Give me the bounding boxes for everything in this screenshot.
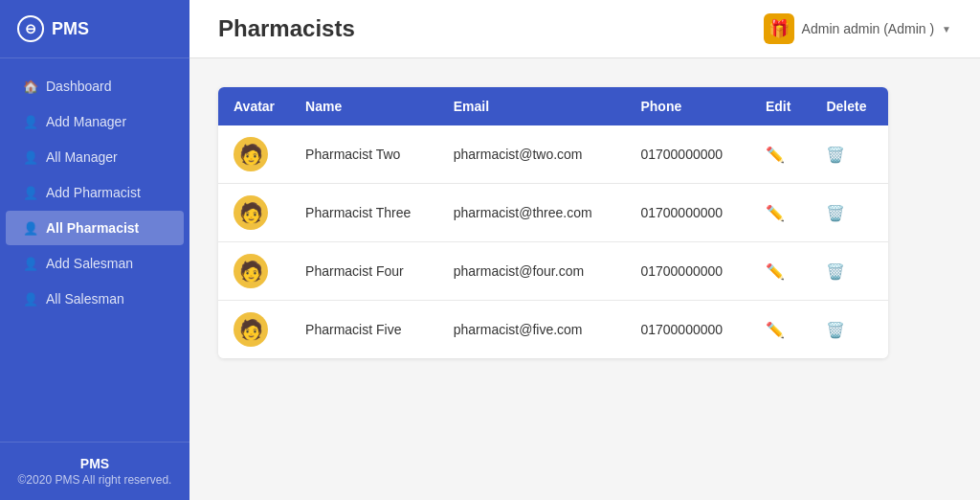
user-menu[interactable]: 🎁 Admin admin (Admin ) ▼: [764, 13, 951, 44]
table-row: 🧑 Pharmacist Three pharmacist@three.com …: [218, 184, 888, 242]
cell-delete[interactable]: 🗑️: [811, 125, 888, 184]
app-name: PMS: [52, 19, 89, 39]
footer-copy: ©2020 PMS All right reserved.: [17, 473, 172, 487]
avatar: 🧑: [234, 195, 268, 230]
cell-name: Pharmacist Two: [290, 125, 438, 184]
edit-button[interactable]: ✏️: [766, 263, 785, 280]
table-header: Avatar Name Email Phone Edit Delete: [218, 87, 888, 125]
avatar: 🧑: [234, 312, 268, 347]
edit-button[interactable]: ✏️: [766, 322, 785, 338]
sidebar-item-label: Add Pharmacist: [46, 185, 141, 200]
content-area: Avatar Name Email Phone Edit Delete 🧑 Ph…: [189, 58, 980, 387]
add-salesman-icon: 👤: [23, 257, 38, 271]
sidebar-item-add-salesman[interactable]: 👤 Add Salesman: [6, 246, 184, 281]
col-header-edit: Edit: [750, 87, 812, 125]
cell-phone: 01700000000: [625, 125, 749, 184]
sidebar-footer: PMS ©2020 PMS All right reserved.: [0, 442, 189, 500]
cell-phone: 01700000000: [625, 301, 749, 359]
col-header-phone: Phone: [625, 87, 749, 125]
cell-name: Pharmacist Four: [290, 242, 438, 301]
cell-avatar: 🧑: [218, 184, 290, 242]
sidebar-item-dashboard[interactable]: 🏠 Dashboard: [6, 69, 184, 103]
cell-phone: 01700000000: [625, 184, 749, 242]
cell-edit[interactable]: ✏️: [750, 301, 812, 359]
app-logo[interactable]: ⊖ PMS: [0, 0, 189, 58]
cell-delete[interactable]: 🗑️: [811, 242, 888, 301]
add-manager-icon: 👤: [23, 115, 38, 129]
sidebar: ⊖ PMS 🏠 Dashboard 👤 Add Manager 👤 All Ma…: [0, 0, 189, 500]
sidebar-item-add-pharmacist[interactable]: 👤 Add Pharmacist: [6, 175, 184, 210]
cell-edit[interactable]: ✏️: [750, 242, 812, 301]
table-row: 🧑 Pharmacist Five pharmacist@five.com 01…: [218, 301, 888, 359]
user-avatar: 🎁: [764, 13, 794, 44]
cell-avatar: 🧑: [218, 301, 290, 359]
pharmacists-table: Avatar Name Email Phone Edit Delete 🧑 Ph…: [218, 87, 888, 358]
table-row: 🧑 Pharmacist Two pharmacist@two.com 0170…: [218, 125, 888, 184]
sidebar-item-all-pharmacist[interactable]: 👤 All Pharmacist: [6, 211, 184, 245]
sidebar-item-add-manager[interactable]: 👤 Add Manager: [6, 104, 184, 139]
delete-button[interactable]: 🗑️: [826, 205, 845, 221]
cell-delete[interactable]: 🗑️: [811, 301, 888, 359]
delete-button[interactable]: 🗑️: [826, 322, 845, 338]
sidebar-item-label: All Manager: [46, 149, 118, 165]
sidebar-item-label: Add Salesman: [46, 256, 133, 271]
cell-phone: 01700000000: [625, 242, 749, 301]
cell-avatar: 🧑: [218, 125, 290, 184]
sidebar-nav: 🏠 Dashboard 👤 Add Manager 👤 All Manager …: [0, 58, 189, 442]
table-row: 🧑 Pharmacist Four pharmacist@four.com 01…: [218, 242, 888, 301]
col-header-name: Name: [290, 87, 438, 125]
cell-name: Pharmacist Five: [290, 301, 438, 359]
top-bar: Pharmacists 🎁 Admin admin (Admin ) ▼: [189, 0, 980, 58]
avatar: 🧑: [234, 137, 268, 171]
all-pharmacist-icon: 👤: [23, 221, 38, 236]
edit-button[interactable]: ✏️: [766, 205, 785, 221]
table-body: 🧑 Pharmacist Two pharmacist@two.com 0170…: [218, 125, 888, 358]
all-manager-icon: 👤: [23, 150, 38, 165]
sidebar-item-all-salesman[interactable]: 👤 All Salesman: [6, 282, 184, 316]
sidebar-item-label: Add Manager: [46, 114, 126, 129]
cell-email: pharmacist@two.com: [438, 125, 626, 184]
cell-edit[interactable]: ✏️: [750, 184, 812, 242]
all-salesman-icon: 👤: [23, 292, 38, 307]
dropdown-arrow-icon: ▼: [942, 24, 951, 34]
footer-title: PMS: [17, 456, 172, 471]
pharmacists-table-container: Avatar Name Email Phone Edit Delete 🧑 Ph…: [218, 87, 888, 358]
cell-email: pharmacist@three.com: [438, 184, 626, 242]
sidebar-item-label: All Pharmacist: [46, 220, 139, 236]
cell-edit[interactable]: ✏️: [750, 125, 812, 184]
sidebar-item-all-manager[interactable]: 👤 All Manager: [6, 140, 184, 174]
avatar: 🧑: [234, 254, 268, 288]
sidebar-item-label: All Salesman: [46, 291, 124, 307]
delete-button[interactable]: 🗑️: [826, 263, 845, 280]
page-title: Pharmacists: [218, 15, 355, 42]
cell-avatar: 🧑: [218, 242, 290, 301]
user-label: Admin admin (Admin ): [802, 21, 935, 36]
cell-email: pharmacist@five.com: [438, 301, 626, 359]
main-content: Pharmacists 🎁 Admin admin (Admin ) ▼ Ava…: [189, 0, 980, 500]
cell-name: Pharmacist Three: [290, 184, 438, 242]
edit-button[interactable]: ✏️: [766, 147, 785, 163]
add-pharmacist-icon: 👤: [23, 186, 38, 200]
delete-button[interactable]: 🗑️: [826, 147, 845, 163]
cell-email: pharmacist@four.com: [438, 242, 626, 301]
col-header-email: Email: [438, 87, 626, 125]
logo-icon: ⊖: [17, 15, 44, 42]
cell-delete[interactable]: 🗑️: [811, 184, 888, 242]
col-header-avatar: Avatar: [218, 87, 290, 125]
sidebar-item-label: Dashboard: [46, 79, 112, 94]
col-header-delete: Delete: [811, 87, 888, 125]
dashboard-icon: 🏠: [23, 80, 38, 94]
